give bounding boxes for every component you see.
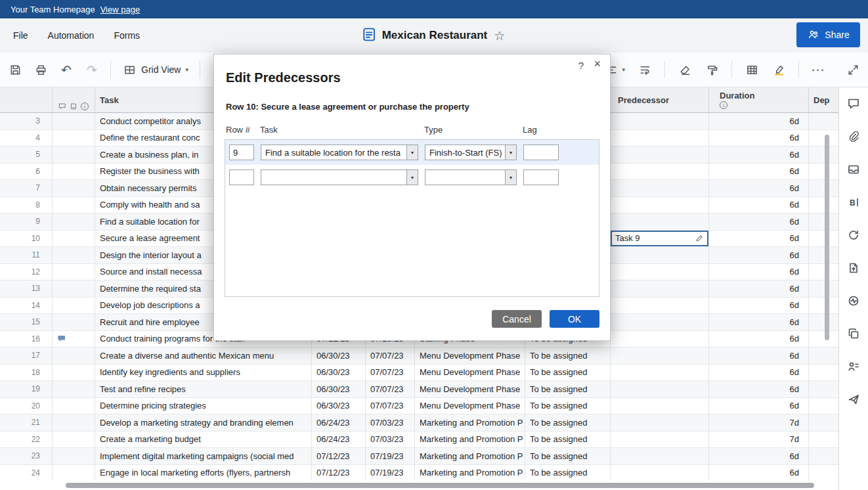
menu-file[interactable]: File: [13, 30, 28, 41]
duration-cell[interactable]: 6d: [709, 448, 809, 464]
task-cell[interactable]: Create a marketing budget: [95, 432, 312, 448]
duration-cell[interactable]: 7d: [709, 432, 809, 448]
row-number-cell[interactable]: 11: [0, 247, 53, 263]
duration-cell[interactable]: 6d: [709, 298, 809, 314]
row-number-input-1[interactable]: [229, 145, 254, 160]
predecessor-cell[interactable]: [611, 398, 709, 414]
task-select-1[interactable]: Find a suitable location for the resta ▾: [261, 145, 418, 160]
ok-button[interactable]: OK: [550, 310, 599, 328]
print-icon[interactable]: [33, 62, 48, 77]
row-number-cell[interactable]: 22: [0, 432, 53, 448]
duration-cell[interactable]: 6d: [709, 280, 809, 297]
baseline-icon[interactable]: B: [846, 195, 861, 210]
undo-icon[interactable]: ↶: [59, 62, 74, 77]
duration-cell[interactable]: 7d: [709, 414, 809, 431]
grid-row[interactable]: 20Determine pricing strategies06/30/2307…: [0, 398, 838, 415]
grid-row[interactable]: 19Test and refine recipes06/30/2307/07/2…: [0, 381, 838, 398]
row-indicator-cell[interactable]: [53, 130, 95, 146]
row-number-cell[interactable]: 21: [0, 414, 53, 431]
menu-automation[interactable]: Automation: [48, 30, 95, 41]
predecessor-cell[interactable]: [611, 432, 709, 448]
duration-cell[interactable]: 6d: [709, 465, 809, 481]
row-number-cell[interactable]: 5: [0, 146, 53, 163]
task-cell[interactable]: Implement digital marketing campaigns (s…: [95, 448, 312, 464]
duration-cell[interactable]: 6d: [709, 365, 809, 381]
row-indicator-cell[interactable]: [53, 213, 95, 230]
assigned-cell[interactable]: To be assigned: [525, 347, 611, 364]
predecessor-cell[interactable]: [611, 247, 709, 263]
row-number-cell[interactable]: 9: [0, 213, 53, 230]
grid-row[interactable]: 21Develop a marketing strategy and brand…: [0, 414, 838, 432]
send-icon[interactable]: [846, 392, 861, 407]
duration-cell[interactable]: 6d: [709, 197, 809, 213]
cancel-button[interactable]: Cancel: [492, 310, 542, 328]
duration-cell[interactable]: 6d: [709, 331, 809, 347]
publish-file-icon[interactable]: [846, 261, 861, 275]
dropdown-arrow-icon[interactable]: ▾: [406, 145, 418, 160]
row-indicator-cell[interactable]: [53, 146, 95, 163]
row-indicator-cell[interactable]: [53, 365, 95, 381]
proofs-tray-icon[interactable]: [846, 162, 861, 177]
table-icon[interactable]: [745, 62, 759, 77]
grid-row[interactable]: 17Create a diverse and authentic Mexican…: [0, 347, 838, 365]
predecessor-cell[interactable]: [611, 146, 709, 163]
duration-cell[interactable]: 6d: [709, 347, 809, 364]
assigned-cell[interactable]: To be assigned: [525, 414, 611, 431]
predecessor-cell[interactable]: [611, 298, 709, 314]
phase-cell[interactable]: Marketing and Promotion P: [415, 432, 525, 448]
row-number-cell[interactable]: 7: [0, 180, 53, 196]
edit-pencil-icon[interactable]: [695, 234, 704, 242]
wrap-text-icon[interactable]: [638, 62, 652, 77]
dep-cell[interactable]: [809, 146, 838, 163]
end-date-cell[interactable]: 07/03/23: [366, 414, 415, 431]
duration-info-icon[interactable]: i: [720, 101, 727, 109]
predecessor-cell[interactable]: [611, 381, 709, 397]
grid-row[interactable]: 23Implement digital marketing campaigns …: [0, 448, 838, 465]
predecessor-cell[interactable]: [611, 331, 709, 347]
lag-input-1[interactable]: [523, 145, 559, 160]
grid-row[interactable]: 22Create a marketing budget06/24/2307/03…: [0, 432, 838, 449]
row-indicator-cell[interactable]: [53, 448, 95, 464]
grid-row[interactable]: 24Engage in local marketing efforts (fly…: [0, 465, 838, 482]
row-number-cell[interactable]: 4: [0, 130, 53, 146]
end-date-cell[interactable]: 07/03/23: [366, 432, 415, 448]
dep-cell[interactable]: [809, 264, 838, 280]
selected-predecessor-cell[interactable]: Task 9: [611, 231, 708, 247]
row-indicator-cell[interactable]: [53, 113, 95, 129]
end-date-cell[interactable]: 07/07/23: [366, 347, 415, 364]
view-page-link[interactable]: View page: [100, 5, 140, 14]
predecessor-cell[interactable]: [611, 180, 709, 196]
start-date-cell[interactable]: 07/12/23: [312, 465, 366, 481]
dropdown-arrow-icon[interactable]: ▾: [505, 145, 516, 160]
vertical-scrollbar[interactable]: [825, 135, 829, 340]
start-date-cell[interactable]: 06/24/23: [312, 414, 366, 431]
dialog-help-icon[interactable]: ?: [578, 60, 584, 71]
row-indicator-cell[interactable]: [53, 381, 95, 397]
predecessor-cell[interactable]: [611, 197, 709, 213]
row-indicator-cell[interactable]: [53, 197, 95, 213]
dialog-close-icon[interactable]: ×: [594, 57, 601, 71]
row-number-cell[interactable]: 12: [0, 264, 53, 280]
duration-cell[interactable]: 6d: [709, 213, 809, 230]
row-indicator-cell[interactable]: [53, 414, 95, 431]
row-indicator-cell[interactable]: [53, 231, 95, 247]
predecessor-cell[interactable]: [611, 213, 709, 230]
horizontal-scrollbar[interactable]: [66, 483, 814, 488]
task-cell[interactable]: Test and refine recipes: [95, 381, 312, 397]
duration-cell[interactable]: 6d: [709, 113, 809, 129]
predecessor-cell[interactable]: [611, 130, 709, 146]
start-date-cell[interactable]: 06/24/23: [312, 432, 366, 448]
copy-icon[interactable]: [846, 326, 861, 341]
row-indicator-cell[interactable]: [53, 331, 95, 347]
dep-cell[interactable]: [809, 432, 838, 448]
dep-cell[interactable]: [809, 247, 838, 263]
dropdown-arrow-icon[interactable]: ▾: [505, 170, 516, 185]
dep-cell[interactable]: [809, 231, 838, 247]
dep-cell[interactable]: [809, 465, 838, 481]
dropdown-arrow-icon[interactable]: ▾: [406, 170, 418, 185]
indicator-header[interactable]: i: [53, 87, 95, 112]
phase-cell[interactable]: Menu Development Phase: [415, 347, 525, 364]
chevron-down-icon[interactable]: ▾: [622, 66, 625, 73]
duration-cell[interactable]: 6d: [709, 231, 809, 247]
eraser-icon[interactable]: [678, 62, 692, 77]
